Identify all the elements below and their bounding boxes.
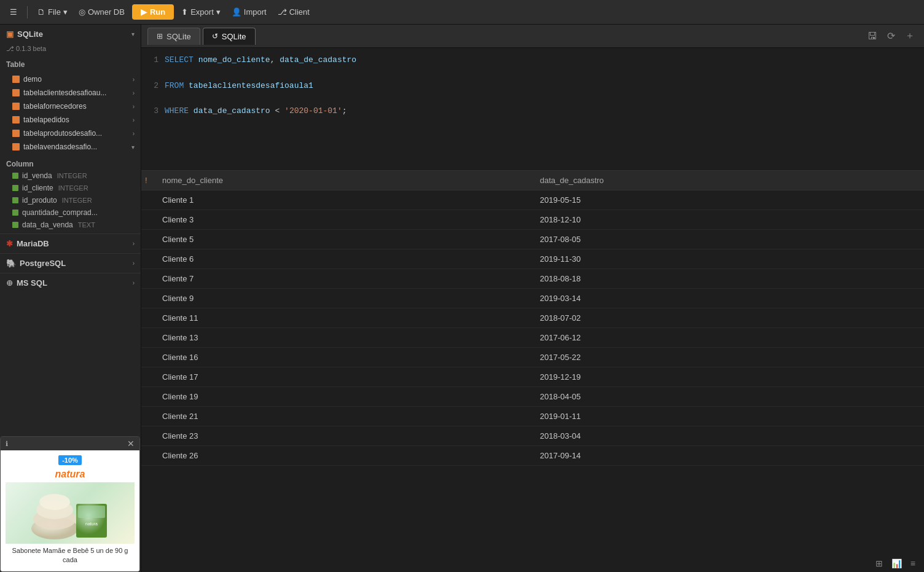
table-row[interactable]: Cliente 132017-06-12 [141,328,924,348]
table-chevron-icon: › [133,103,135,110]
tab-icon: ↺ [212,32,218,41]
row-data-de-cadastro: 2018-12-10 [531,210,924,230]
table-row[interactable]: Cliente 262017-09-14 [141,446,924,466]
table-row[interactable]: Cliente 162017-05-22 [141,348,924,367]
table-icon [12,76,20,83]
table-row[interactable]: Cliente 172019-12-19 [141,367,924,387]
mariadb-header[interactable]: ✱ MariaDB › [0,234,141,253]
column-name: quantidade_comprad... [22,208,98,217]
row-nome-do-cliente: Cliente 23 [154,426,531,446]
chart-view-button[interactable]: 📊 [889,557,904,570]
table-row[interactable]: Cliente 52017-08-05 [141,230,924,249]
postgresql-icon: 🐘 [6,259,16,268]
table-name: demo [23,75,42,84]
sidebar-column-item: data_da_venda TEXT [0,219,141,231]
sidebar-column-item: id_venda INTEGER [0,170,141,182]
table-name: tabelaprodutosdesafio... [23,129,102,138]
sqlite-section-header[interactable]: ▣ SQLite ▾ [0,25,141,44]
table-row[interactable]: Cliente 72018-08-18 [141,269,924,289]
export-button[interactable]: ⬆ Export ▾ [178,5,224,19]
mariadb-icon: ✱ [6,239,13,248]
tabs-right: 🖫 ⟳ ＋ [864,28,918,44]
mssql-section: ⊕ MS SQL › [0,273,141,292]
sqlite-section-title: ▣ SQLite [6,29,43,39]
row-data-de-cadastro: 2018-07-02 [531,308,924,328]
run-icon: ▶ [141,7,147,17]
table-row[interactable]: Cliente 112018-07-02 [141,308,924,328]
tab-label: SQLite [222,32,246,41]
refresh-tab-button[interactable]: ⟳ [884,29,898,43]
sidebar-column-item: quantidade_comprad... [0,206,141,219]
tab-1[interactable]: ↺ SQLite [203,28,256,45]
run-label: Run [150,7,165,17]
table-row[interactable]: Cliente 232018-03-04 [141,426,924,446]
sidebar-table-item[interactable]: tabelapedidos › [0,113,141,127]
sidebar-table-item[interactable]: tabelaclientesdesafioau... › [0,86,141,100]
postgresql-header[interactable]: 🐘 PostgreSQL › [0,254,141,273]
header-marker: ! [145,176,147,185]
results-tbody: Cliente 12019-05-15Cliente 32018-12-10Cl… [141,190,924,466]
sidebar-table-item-left: tabelaprodutosdesafio... [12,129,102,138]
content-area: ⊞ SQLite ↺ SQLite 🖫 ⟳ ＋ 1SELECT nome_do_… [141,25,924,572]
row-marker-cell [141,407,154,426]
table-row[interactable]: Cliente 62019-11-30 [141,249,924,269]
sidebar-table-item-left: tabelaclientesdesafioau... [12,88,106,97]
sidebar-table-item[interactable]: tabelavendasdesafio... ▾ [0,140,141,154]
table-row[interactable]: Cliente 92019-03-14 [141,289,924,308]
client-button[interactable]: ⎇ Client [274,5,313,19]
sidebar-table-item[interactable]: demo › [0,72,141,86]
svg-rect-5 [78,506,105,518]
row-marker-cell [141,387,154,407]
row-data-de-cadastro: 2017-08-05 [531,230,924,249]
tab-0[interactable]: ⊞ SQLite [147,28,200,45]
mssql-header[interactable]: ⊕ MS SQL › [0,273,141,292]
add-tab-button[interactable]: ＋ [902,28,918,44]
column-type: TEXT [78,221,95,229]
row-nome-do-cliente: Cliente 6 [154,249,531,269]
sqlite-icon: ▣ [6,29,14,39]
row-nome-do-cliente: Cliente 9 [154,289,531,308]
file-button[interactable]: 🗋 File ▾ [34,5,71,19]
sql-editor[interactable]: 1SELECT nome_do_cliente, data_de_cadastr… [141,48,924,171]
ad-close-button[interactable]: ✕ [127,439,135,448]
column-name: data_da_venda [22,221,73,229]
sidebar-column-item: id_produto INTEGER [0,194,141,206]
list-view-button[interactable]: ≡ [908,557,918,570]
row-marker-cell [141,230,154,249]
column-name: id_cliente [22,184,53,192]
results-table: !nome_do_clientedata_de_cadastro Cliente… [141,171,924,466]
import-button[interactable]: 👤 Import [228,5,270,19]
results-area[interactable]: !nome_do_clientedata_de_cadastro Cliente… [141,171,924,572]
column-icon [12,222,18,228]
table-row[interactable]: Cliente 32018-12-10 [141,210,924,230]
ad-discount-badge: -10% [58,455,82,465]
table-section-label: Table [0,57,141,70]
results-thead: !nome_do_clientedata_de_cadastro [141,171,924,190]
table-row[interactable]: Cliente 212019-01-11 [141,407,924,426]
sidebar-table-item[interactable]: tabelaprodutosdesafio... › [0,127,141,140]
run-button[interactable]: ▶ Run [132,4,174,20]
ad-header: ℹ ✕ [1,437,139,450]
row-nome-do-cliente: Cliente 16 [154,348,531,367]
table-row[interactable]: Cliente 12019-05-15 [141,190,924,210]
ad-overlay: ℹ ✕ -10% natura [0,436,140,572]
row-data-de-cadastro: 2017-05-22 [531,348,924,367]
table-view-button[interactable]: ⊞ [873,557,885,570]
save-tab-button[interactable]: 🖫 [864,29,880,43]
file-chevron-icon: ▾ [63,7,68,17]
sidebar-table-item[interactable]: tabelafornecedores › [0,100,141,113]
row-data-de-cadastro: 2018-08-18 [531,269,924,289]
ad-title: Sabonete Mamãe e Bebê 5 un de 90 g cada [6,544,135,566]
sqlite-version: ⎇ 0.1.3 beta [0,44,141,57]
client-label: Client [289,7,310,17]
row-nome-do-cliente: Cliente 5 [154,230,531,249]
row-data-de-cadastro: 2019-01-11 [531,407,924,426]
row-nome-do-cliente: Cliente 7 [154,269,531,289]
row-data-de-cadastro: 2019-05-15 [531,190,924,210]
results-col-marker: ! [141,171,154,190]
owner-db-button[interactable]: ◎ Owner DB [75,5,128,19]
row-marker-cell [141,446,154,466]
table-row[interactable]: Cliente 192018-04-05 [141,387,924,407]
menu-button[interactable]: ☰ [6,5,21,19]
ad-brand: natura [6,469,135,480]
